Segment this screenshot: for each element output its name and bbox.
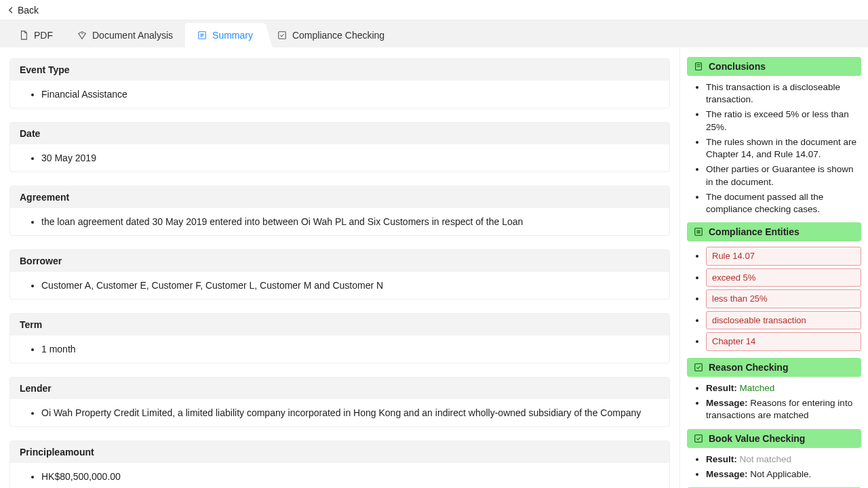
tag-icon [77,30,87,40]
summary-card: PrincipleamountHK$80,500,000.00 [9,441,670,488]
conclusions-header: Conclusions [687,57,861,76]
summary-item: HK$80,500,000.00 [41,470,660,483]
conclusions-list: This transaction is a discloseable trans… [687,81,861,216]
list-icon [197,30,207,40]
summary-item: 1 month [41,342,660,356]
entity-badge[interactable]: Chapter 14 [706,332,861,351]
check-message: Message: Not Applicable. [706,468,861,481]
entity-badge[interactable]: Rule 14.07 [706,247,861,266]
summary-card-title: Date [10,123,669,144]
summary-card: LenderOi Wah Property Credit Limited, a … [9,377,670,427]
summary-card: Agreementthe loan agreement dated 30 May… [9,186,670,236]
entity-item: Chapter 14 [706,332,861,351]
summary-card-title: Principleamount [10,441,669,463]
svg-rect-14 [695,434,703,442]
summary-card: Event TypeFinancial Assistance [9,58,670,108]
tab-label: Compliance Checking [292,30,384,41]
conclusions-title: Conclusions [709,61,766,72]
entity-item: less than 25% [706,289,861,308]
summary-item: 30 May 2019 [41,151,660,165]
result-value: Matched [740,383,775,393]
tab-bar: PDF Document Analysis Summary Compliance… [0,20,868,47]
check-header: Book Value Checking [687,429,861,448]
tab-pdf[interactable]: PDF [7,23,65,47]
summary-item: the loan agreement dated 30 May 2019 ent… [41,215,660,228]
summary-card-title: Term [10,314,669,336]
svg-rect-5 [279,32,286,39]
tab-summary[interactable]: Summary [185,23,265,47]
entity-badge[interactable]: discloseable transaction [706,311,861,330]
svg-rect-13 [695,364,703,371]
conclusion-item: The rules shown in the document are Chap… [706,136,861,161]
summary-card: Date30 May 2019 [9,122,670,172]
tab-label: PDF [34,30,53,41]
entity-item: exceed 5% [706,268,861,287]
check-title: Book Value Checking [709,433,805,444]
tab-label: Document Analysis [92,30,173,41]
check-list: Result: Not matchedMessage: Not Applicab… [687,453,861,481]
check-list: Result: MatchedMessage: Reasons for ente… [687,382,861,422]
result-label: Result: [706,383,737,393]
result-value: Not matched [740,454,792,464]
svg-point-0 [81,33,83,35]
conclusion-item: This transaction is a discloseable trans… [706,81,861,106]
tab-compliance-checking[interactable]: Compliance Checking [265,23,397,47]
chevron-left-icon [7,6,15,14]
message-label: Message: [706,469,748,479]
entities-header: Compliance Entities [687,222,861,241]
entity-badge[interactable]: exceed 5% [706,268,861,287]
side-panel: Conclusions This transaction is a disclo… [679,47,868,488]
summary-card: BorrowerCustomer A, Customer E, Customer… [9,249,670,300]
summary-main: Event TypeFinancial AssistanceDate30 May… [0,47,679,488]
message-value: Not Applicable. [750,469,811,479]
entity-item: discloseable transaction [706,311,861,330]
check-title: Reason Checking [709,362,788,373]
entities-list: Rule 14.07exceed 5%less than 25%disclose… [687,247,861,351]
entity-item: Rule 14.07 [706,247,861,266]
file-icon [19,30,28,40]
check-header: Reason Checking [687,358,861,377]
entity-badge[interactable]: less than 25% [706,289,861,308]
summary-card-title: Borrower [10,250,669,272]
tab-document-analysis[interactable]: Document Analysis [65,23,185,47]
conclusion-item: The document passed all the compliance c… [706,191,861,216]
check-result: Result: Matched [706,382,861,394]
summary-card: Term1 month [9,313,670,363]
result-label: Result: [706,454,737,464]
back-button[interactable]: Back [7,5,39,16]
conclusion-item: Other parties or Guarantee is shown in t… [706,163,861,188]
conclusion-item: The ratio is exceed 5% or less than 25%. [706,108,861,133]
list-icon [694,227,703,237]
tab-label: Summary [212,30,253,41]
summary-item: Customer A, Customer E, Customer F, Cust… [41,279,660,292]
check-message: Message: Reasons for entering into trans… [706,397,861,422]
summary-card-title: Event Type [10,59,669,81]
check-result: Result: Not matched [706,453,861,466]
check-square-icon [277,30,287,40]
check-square-icon [694,363,703,372]
summary-card-title: Lender [10,378,669,399]
back-label: Back [18,5,39,16]
summary-card-title: Agreement [10,186,669,208]
message-label: Message: [706,398,748,408]
summary-item: Oi Wah Property Credit Limited, a limite… [41,406,660,420]
check-square-icon [694,434,703,443]
entities-title: Compliance Entities [709,226,800,237]
file-icon [694,62,703,71]
summary-item: Financial Assistance [41,87,660,101]
